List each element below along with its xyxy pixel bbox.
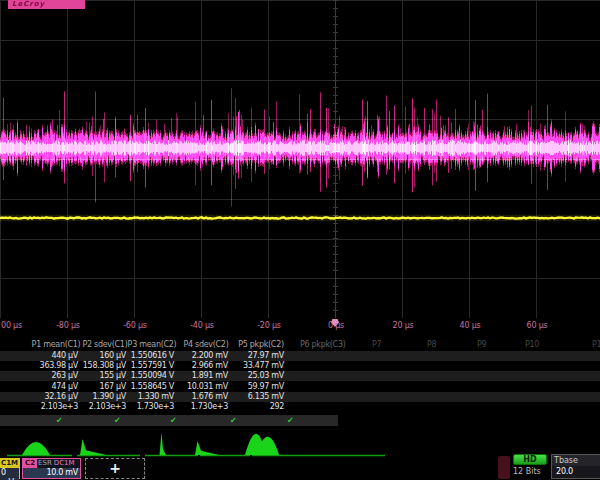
histicon [245,434,279,455]
measure-value: 1.550616 V [131,351,174,361]
measure-status-row: ✔✔✔✔✔ [0,415,338,426]
measure-param-header[interactable]: P2 sdev(C1) [83,340,128,349]
lecroy-logo: LeCroy [8,0,85,9]
measure-value: 59.97 mV [248,382,284,392]
measure-param-header-inactive[interactable]: P9 [477,340,486,349]
measure-value: 158.308 µV [83,361,126,371]
time-axis-label: 20 µs [393,321,414,330]
c2-descriptor[interactable]: C2 ESR DC1M 10.0 mV [22,458,81,479]
measure-value: 6.135 mV [248,392,284,402]
histicon [195,441,219,455]
timebase-label: Tbase [552,455,600,466]
measure-row: 32.16 µV1.390 µV1.330 mV1.676 mV6.135 mV [0,392,600,402]
measure-value: 2.966 mV [192,361,228,371]
time-axis-label: 40 µs [460,321,481,330]
measure-value: 1.330 mV [138,392,174,402]
measure-row: 2.103e+32.103e+31.730e+31.730e+3292 [0,402,600,412]
time-axis-label: -40 µs [190,321,214,330]
measure-param-header-inactive[interactable]: P8 [427,340,436,349]
measure-param-header-inactive[interactable]: P6 pkpk(C3) [300,340,346,349]
measure-value: 292 [270,402,284,412]
measure-value: 440 µV [51,351,78,361]
measure-value: 1.558645 V [131,382,174,392]
measure-value: 1.730e+3 [191,402,228,412]
measure-value: 474 µV [51,382,78,392]
timebase-value: 20.0 [552,466,600,477]
measure-value: 155 µV [99,371,126,381]
measure-value: 32.16 µV [44,392,78,402]
measure-value: 1.730e+3 [137,402,174,412]
measure-row: 440 µV160 µV1.550616 V2.200 mV27.97 mV [0,351,600,361]
measure-value: 2.103e+3 [89,402,126,412]
time-axis-label: -20 µs [257,321,281,330]
descriptor-fragment [498,456,510,479]
measure-param-header-inactive[interactable]: P10 [525,340,539,349]
measure-param-header-inactive[interactable]: P7 [372,340,381,349]
timebase-descriptor[interactable]: Tbase 20.0 [551,454,600,479]
status-check-icon: ✔ [56,416,62,425]
measure-value: 2.103e+3 [41,402,78,412]
c1-descriptor-partial[interactable]: C1M 0 mV [0,458,20,479]
c2-descriptor-top: C2 ESR DC1M [23,459,80,468]
measure-value: 263 µV [51,371,78,381]
measure-value: 363.98 µV [40,361,78,371]
time-axis: 00 µs-80 µs-60 µs-40 µs-20 µs0 µs20 µs40… [0,318,600,333]
measure-param-header-inactive[interactable]: P11 [592,340,600,349]
c1-scale-value: 0 mV [0,468,19,480]
resolution-label: 12 Bits [513,467,553,476]
measure-value: 10.031 mV [187,382,228,392]
status-check-icon: ✔ [287,416,293,425]
time-axis-label: -80 µs [56,321,80,330]
measure-row: 474 µV167 µV1.558645 V10.031 mV59.97 mV [0,382,600,392]
time-axis-label: 00 µs [1,321,22,330]
measure-value: 1.390 µV [92,392,126,402]
time-axis-label: -60 µs [123,321,147,330]
c2-coupling-tag: DC1M [53,459,76,468]
measure-param-header[interactable]: P1 mean(C1) [32,340,81,349]
hd-mode-badge: HD [513,454,547,465]
measure-row: 263 µV155 µV1.550094 V1.891 mV25.03 mV [0,371,600,381]
measure-value: 1.557591 V [131,361,174,371]
histicon [160,432,167,455]
measure-param-header[interactable]: P4 sdev(C2) [184,340,229,349]
measure-value: 1.550094 V [131,371,174,381]
measure-value: 160 µV [99,351,126,361]
c2-scale-value: 10.0 mV [23,468,80,478]
measure-value: 27.97 mV [248,351,284,361]
c2-channel-badge: C2 [23,459,37,468]
histicon [80,439,106,455]
measure-value: 33.477 mV [243,361,284,371]
measure-row: 363.98 µV158.308 µV1.557591 V2.966 mV33.… [0,361,600,371]
status-check-icon: ✔ [170,416,176,425]
measure-value: 2.200 mV [192,351,228,361]
measure-value: 167 µV [99,382,126,392]
histicons-row [0,430,600,458]
oscilloscope-screen: LeCroy 00 µs-80 µs-60 µs-40 µs-20 µs0 µs… [0,0,600,480]
time-axis-label: 60 µs [527,321,548,330]
measure-value: 1.676 mV [192,392,228,402]
status-check-icon: ✔ [230,416,236,425]
measure-param-header[interactable]: P5 pkpk(C2) [238,340,284,349]
histicon [22,442,50,455]
status-check-icon: ✔ [114,416,120,425]
measure-value: 1.891 mV [192,371,228,381]
waveform-display[interactable] [0,0,600,318]
add-trace-button[interactable]: + [85,458,145,479]
measure-param-header[interactable]: P3 mean(C2) [128,340,177,349]
time-axis-label: 0 µs [328,321,344,330]
measure-value: 25.03 mV [248,371,284,381]
c2-esr-tag: ESR [37,459,53,468]
c1-coupling-badge: C1M [0,459,19,468]
